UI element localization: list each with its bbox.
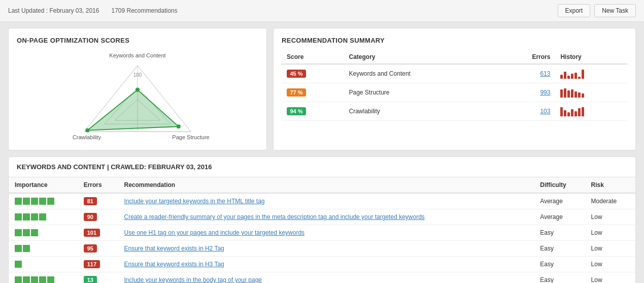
- col-history: History: [555, 50, 627, 64]
- recommendation-cell: Include your keywords in the body tag of…: [118, 272, 534, 284]
- importance-bar: [31, 276, 38, 283]
- keywords-table: Importance Errors Recommendation Difficu…: [9, 177, 635, 283]
- spark-bar: [567, 90, 570, 98]
- col-category: Category: [344, 50, 495, 64]
- top-bar-actions: Export New Task: [558, 4, 636, 17]
- sparkline: [560, 69, 622, 79]
- spark-bar: [571, 89, 573, 98]
- spark-bar: [571, 109, 573, 116]
- spark-bar: [567, 76, 570, 79]
- rec-summary-row: 94 %Crawlability103: [282, 102, 627, 121]
- radar-label-crawlability: Crawlability: [73, 134, 101, 140]
- rec-errors-cell: 103: [495, 102, 555, 121]
- export-button[interactable]: Export: [558, 4, 591, 17]
- rec-errors-link[interactable]: 103: [540, 108, 550, 115]
- rec-score-cell: 45 %: [282, 64, 344, 83]
- spark-bar: [582, 93, 584, 98]
- spark-bar: [574, 91, 577, 98]
- error-cell: 90: [78, 209, 118, 225]
- recommendation-link[interactable]: Create a reader-friendly summary of your…: [124, 213, 425, 221]
- recommendation-link[interactable]: Use one H1 tag on your pages and include…: [124, 229, 305, 236]
- risk-cell: Low: [585, 272, 635, 284]
- importance-cell: [9, 241, 78, 257]
- difficulty-cell: Average: [534, 193, 585, 209]
- importance-cell: [9, 193, 78, 209]
- svg-marker-7: [87, 90, 179, 131]
- keywords-panel: KEYWORDS AND CONTENT | CRAWLED: FEBRUARY…: [8, 156, 636, 283]
- importance-bar: [15, 245, 22, 252]
- recommendation-link[interactable]: Ensure that keyword exists in H3 Tag: [124, 261, 224, 268]
- col-errors: Errors: [78, 177, 118, 193]
- importance-bar: [15, 276, 22, 283]
- recommendation-cell: Create a reader-friendly summary of your…: [118, 209, 534, 225]
- keywords-panel-title: KEYWORDS AND CONTENT | CRAWLED: FEBRUARY…: [9, 157, 635, 177]
- recommendation-link[interactable]: Include your targeted keywords in the HT…: [124, 198, 265, 205]
- rec-history-cell: [555, 64, 627, 83]
- keywords-row: 90Create a reader-friendly summary of yo…: [9, 209, 635, 225]
- spark-bar: [582, 70, 584, 79]
- top-panels: ON-PAGE OPTIMIZATION SCORES Keywords and…: [8, 28, 636, 150]
- rec-category-cell: Page Structure: [344, 83, 495, 102]
- error-badge: 101: [84, 229, 100, 237]
- rec-history-cell: [555, 83, 627, 102]
- spark-bar: [560, 75, 563, 79]
- difficulty-cell: Easy: [534, 272, 585, 284]
- importance-bars: [15, 229, 72, 236]
- rec-category-cell: Keywords and Content: [344, 64, 495, 83]
- rec-errors-link[interactable]: 993: [540, 89, 550, 96]
- importance-bars: [15, 213, 72, 221]
- difficulty-cell: Easy: [534, 225, 585, 241]
- importance-bar: [47, 198, 54, 205]
- spark-bar: [578, 92, 581, 98]
- difficulty-cell: Easy: [534, 257, 585, 272]
- spark-bar: [574, 73, 577, 79]
- importance-bar: [23, 198, 30, 205]
- keywords-row: 95Ensure that keyword exists in H2 TagEa…: [9, 241, 635, 257]
- recommendation-link[interactable]: Ensure that keyword exists in H2 Tag: [124, 245, 224, 252]
- importance-bar: [15, 213, 22, 221]
- difficulty-cell: Average: [534, 209, 585, 225]
- error-cell: 13: [78, 272, 118, 284]
- rec-summary-row: 45 %Keywords and Content613: [282, 64, 627, 83]
- rec-history-cell: [555, 102, 627, 121]
- importance-cell: [9, 272, 78, 284]
- svg-point-8: [135, 88, 140, 92]
- last-updated: Last Updated : February 03, 2016: [8, 7, 99, 14]
- main-content: ON-PAGE OPTIMIZATION SCORES Keywords and…: [0, 22, 644, 283]
- risk-cell: Low: [585, 257, 635, 272]
- importance-bars: [15, 276, 72, 283]
- error-cell: 117: [78, 257, 118, 272]
- spark-bar: [567, 112, 570, 116]
- importance-bar: [15, 229, 22, 236]
- error-cell: 95: [78, 241, 118, 257]
- spark-bar: [560, 107, 563, 116]
- col-score: Score: [282, 50, 344, 64]
- importance-cell: [9, 225, 78, 241]
- col-recommendation: Recommendation: [118, 177, 534, 193]
- radar-chart: Keywords and Content Crawlability Page S…: [17, 50, 258, 142]
- error-badge: 117: [84, 260, 100, 268]
- on-page-title: ON-PAGE OPTIMIZATION SCORES: [17, 37, 258, 44]
- rec-errors-cell: 993: [495, 83, 555, 102]
- risk-cell: Low: [585, 241, 635, 257]
- spark-bar: [574, 111, 577, 116]
- error-badge: 81: [84, 197, 97, 205]
- importance-bars: [15, 198, 72, 205]
- importance-bar: [23, 245, 30, 252]
- risk-cell: Low: [585, 209, 635, 225]
- on-page-panel: ON-PAGE OPTIMIZATION SCORES Keywords and…: [8, 28, 267, 150]
- rec-summary-title: RECOMMENDATION SUMMARY: [282, 37, 627, 44]
- score-badge: 77 %: [287, 88, 306, 97]
- rec-errors-link[interactable]: 613: [540, 70, 550, 77]
- importance-cell: [9, 209, 78, 225]
- col-difficulty: Difficulty: [534, 177, 585, 193]
- new-task-button[interactable]: New Task: [594, 4, 636, 17]
- importance-bars: [15, 261, 72, 268]
- svg-point-10: [177, 124, 181, 129]
- importance-bar: [23, 276, 30, 283]
- importance-bar: [39, 198, 46, 205]
- risk-cell: Moderate: [585, 193, 635, 209]
- radar-label-keywords: Keywords and Content: [109, 52, 165, 58]
- recommendation-link[interactable]: Include your keywords in the body tag of…: [124, 276, 262, 283]
- spark-bar: [578, 108, 581, 116]
